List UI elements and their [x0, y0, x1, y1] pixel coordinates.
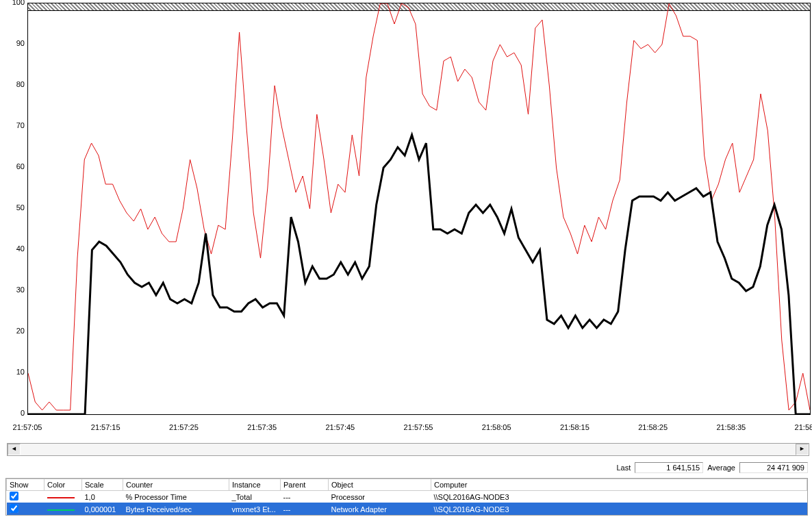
scroll-right-arrow[interactable]: ►: [796, 444, 809, 455]
y-tick-label: 80: [0, 80, 25, 88]
cell-object: Network Adapter: [329, 503, 431, 516]
x-tick-label: 21:57:35: [247, 423, 277, 431]
chart-lines-svg: [28, 3, 810, 414]
x-tick-label: 21:58:35: [716, 423, 746, 431]
counter-legend-table[interactable]: Show Color Scale Counter Instance Parent…: [5, 478, 808, 516]
x-tick-label: 21:57:55: [404, 423, 433, 431]
cell-scale: 1,0: [82, 491, 123, 503]
x-tick-label: 21:57:05: [13, 423, 42, 431]
legend-row-selected[interactable]: 0,000001 Bytes Received/sec vmxnet3 Et..…: [7, 503, 807, 516]
last-value: 1 641,515: [635, 462, 703, 473]
col-parent[interactable]: Parent: [281, 479, 329, 491]
legend-row[interactable]: 1,0 % Processor Time _Total --- Processo…: [7, 491, 807, 503]
series-line: [28, 3, 810, 410]
color-swatch: [47, 509, 75, 511]
y-tick-label: 60: [0, 162, 25, 170]
col-scale[interactable]: Scale: [82, 479, 123, 491]
y-tick-label: 70: [0, 121, 25, 129]
col-computer[interactable]: Computer: [431, 479, 807, 491]
x-tick-label: 21:57:45: [325, 423, 355, 431]
x-tick-label: 21:58:25: [638, 423, 668, 431]
stats-bar: Last 1 641,515 Average 24 471 909: [0, 461, 812, 474]
horizontal-scrollbar[interactable]: ◄ ►: [7, 443, 809, 456]
col-counter[interactable]: Counter: [123, 479, 229, 491]
y-tick-label: 20: [0, 327, 25, 335]
cell-parent: ---: [281, 503, 329, 516]
cell-instance: _Total: [229, 491, 281, 503]
cell-parent: ---: [281, 491, 329, 503]
y-tick-label: 30: [0, 286, 25, 294]
cell-scale: 0,000001: [82, 503, 123, 516]
col-color[interactable]: Color: [45, 479, 82, 491]
chart-plot-area[interactable]: [27, 3, 811, 415]
cell-object: Processor: [329, 491, 431, 503]
x-tick-label: 21:58:15: [560, 423, 589, 431]
y-tick-label: 100: [0, 0, 25, 6]
scroll-left-arrow[interactable]: ◄: [8, 444, 21, 455]
x-tick-label: 21:57:25: [169, 423, 199, 431]
show-checkbox[interactable]: [10, 492, 18, 501]
cell-counter: Bytes Received/sec: [123, 503, 229, 516]
cell-computer: \\SQL2016AG-NODE3: [431, 491, 807, 503]
x-tick-label: 21:58:05: [482, 423, 511, 431]
series-line: [28, 135, 810, 414]
average-value: 24 471 909: [739, 462, 808, 473]
cell-instance: vmxnet3 Et...: [229, 503, 281, 516]
y-tick-label: 50: [0, 203, 25, 212]
cell-counter: % Processor Time: [123, 491, 229, 503]
y-tick-label: 90: [0, 39, 25, 47]
chart-panel: 0102030405060708090100 21:57:0521:57:152…: [0, 0, 812, 431]
x-tick-label: 21:57:15: [91, 423, 120, 431]
col-instance[interactable]: Instance: [229, 479, 281, 491]
color-swatch: [47, 497, 75, 498]
scroll-track[interactable]: [21, 444, 796, 455]
col-show[interactable]: Show: [7, 479, 45, 491]
show-checkbox[interactable]: [10, 504, 18, 513]
last-label: Last: [616, 464, 631, 472]
x-tick-label: 21:58:45: [795, 423, 812, 431]
y-tick-label: 40: [0, 244, 25, 253]
y-tick-label: 0: [0, 409, 25, 417]
cell-computer: \\SQL2016AG-NODE3: [431, 503, 807, 516]
legend-header-row[interactable]: Show Color Scale Counter Instance Parent…: [7, 479, 807, 491]
y-tick-label: 10: [0, 368, 25, 376]
col-object[interactable]: Object: [329, 479, 431, 491]
average-label: Average: [707, 464, 735, 472]
